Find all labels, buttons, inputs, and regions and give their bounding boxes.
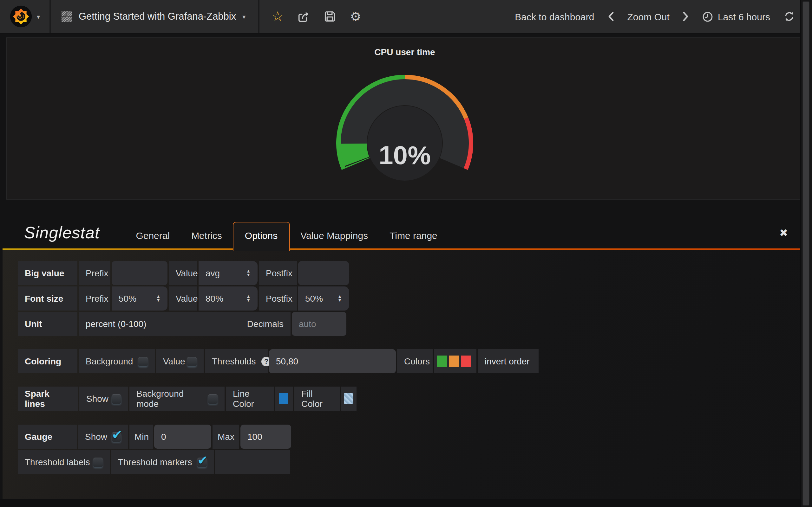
tab-options[interactable]: Options <box>233 222 290 251</box>
select-arrows-icon: ▲▼ <box>151 295 160 302</box>
grafana-menu-button[interactable]: ▾ <box>0 0 51 33</box>
page-footer-area <box>0 499 812 507</box>
big-value-label: Big value <box>18 261 78 285</box>
panel-type-title: Singlestat <box>3 223 100 247</box>
options-tab-content: Big value Prefix Value avg ▲▼ Postfix Fo… <box>3 250 804 499</box>
coloring-background-checkbox[interactable] <box>138 356 148 366</box>
tab-metrics[interactable]: Metrics <box>181 222 233 248</box>
font-size-prefix-select[interactable]: 50% ▲▼ <box>112 286 167 311</box>
threshold-labels-checkbox[interactable] <box>93 457 103 467</box>
big-value-postfix-input[interactable] <box>298 261 349 285</box>
gauge-row: Gauge Show Min 0 Max 100 <box>18 425 291 449</box>
decimals-label: Decimals <box>247 319 284 329</box>
font-size-label: Font size <box>18 286 78 311</box>
select-arrows-icon: ▲▼ <box>333 295 342 302</box>
coloring-background-cell: Background <box>79 349 155 373</box>
svg-text:10%: 10% <box>379 141 431 170</box>
scrollbar[interactable] <box>800 0 812 507</box>
thresholds-input[interactable]: 50,80 <box>269 349 396 373</box>
big-value-row: Big value Prefix Value avg ▲▼ Postfix <box>18 261 349 285</box>
big-value-value-label: Value <box>169 261 197 285</box>
share-icon <box>297 10 310 23</box>
dashboard-settings-button[interactable]: ⚙ <box>343 0 368 33</box>
tab-value-mappings[interactable]: Value Mappings <box>290 222 379 248</box>
singlestat-panel: CPU user time 10% <box>6 38 803 200</box>
fill-color-label-cell: Fill Color <box>294 387 340 411</box>
tab-underline <box>3 248 804 250</box>
fill-color-swatch[interactable] <box>344 393 353 404</box>
decimals-input[interactable]: auto <box>292 312 346 336</box>
sparklines-bgmode-cell: Background mode <box>130 387 224 411</box>
sparklines-show-checkbox[interactable] <box>112 394 121 403</box>
save-icon <box>323 10 336 23</box>
dashboard-title-button[interactable]: Getting Started with Grafana-Zabbix ▾ <box>51 0 259 33</box>
font-size-postfix-select[interactable]: 50% ▲▼ <box>298 286 349 311</box>
save-dashboard-button[interactable] <box>316 0 343 33</box>
grafana-logo-icon <box>9 5 32 28</box>
coloring-value-checkbox[interactable] <box>187 356 197 366</box>
big-value-prefix-input[interactable] <box>112 261 167 285</box>
threshold-color-swatch-red[interactable] <box>461 355 471 367</box>
background-mode-checkbox[interactable] <box>208 394 217 403</box>
sparklines-row: Spark lines Show Background mode Line Co… <box>18 387 357 411</box>
dashboard-toolbar: ☆ ⚙ <box>259 0 374 33</box>
threshold-options-row: Threshold labels Threshold markers <box>18 450 291 474</box>
share-dashboard-button[interactable] <box>291 0 316 33</box>
font-size-value-select[interactable]: 80% ▲▼ <box>199 286 258 311</box>
tab-general[interactable]: General <box>125 222 181 248</box>
threshold-markers-cell: Threshold markers <box>111 450 214 474</box>
unit-value-link[interactable]: percent (0-100) <box>86 319 146 329</box>
gauge-show-cell: Show <box>78 425 128 449</box>
editor-tabs: GeneralMetricsOptionsValue MappingsTime … <box>125 222 448 248</box>
threshold-color-swatch-orange[interactable] <box>449 355 459 367</box>
colors-label-cell: Colors <box>397 349 433 373</box>
gauge-label: Gauge <box>18 425 77 449</box>
threshold-markers-checkbox[interactable] <box>197 457 207 467</box>
gauge-max-label: Max <box>212 425 239 449</box>
color-swatches-cell <box>434 349 476 373</box>
invert-order-button[interactable]: invert order <box>478 349 539 373</box>
threshold-color-swatch-green[interactable] <box>437 355 447 367</box>
panel-title[interactable]: CPU user time <box>7 47 803 57</box>
gauge-max-input[interactable]: 100 <box>241 425 291 449</box>
panel-editor-header: Singlestat GeneralMetricsOptionsValue Ma… <box>3 215 804 248</box>
dashboard-title: Getting Started with Grafana-Zabbix <box>79 11 236 22</box>
time-range-label: Last 6 hours <box>718 11 770 22</box>
dashboard-grid-icon <box>61 11 72 22</box>
zoom-out-button[interactable]: Zoom Out <box>627 11 670 22</box>
chevron-right-icon[interactable] <box>683 11 689 21</box>
gauge-show-checkbox[interactable] <box>112 432 121 441</box>
coloring-value-cell: Value <box>156 349 204 373</box>
font-size-prefix-label: Prefix <box>79 286 110 311</box>
line-color-swatch[interactable] <box>279 393 288 404</box>
sparklines-label: Spark lines <box>18 387 78 411</box>
big-value-postfix-label: Postfix <box>259 261 297 285</box>
thresholds-label-cell: Thresholds ? <box>205 349 268 373</box>
empty-cell <box>215 450 290 474</box>
coloring-table: Coloring Background Value Thresholds ? 5… <box>18 349 539 373</box>
gauge-min-input[interactable]: 0 <box>154 425 211 449</box>
clock-icon <box>703 11 713 22</box>
unit-row: Unit percent (0-100) Decimals auto <box>18 312 349 336</box>
tab-time-range[interactable]: Time range <box>379 222 448 248</box>
value-options-table: Big value Prefix Value avg ▲▼ Postfix Fo… <box>18 261 349 336</box>
grafana-app: ▾ Getting Started with Grafana-Zabbix ▾ … <box>0 0 812 507</box>
chevron-down-icon: ▾ <box>37 13 40 20</box>
back-to-dashboard-button[interactable]: Back to dashboard <box>515 11 594 22</box>
font-size-value-label: Value <box>169 286 197 311</box>
unit-label: Unit <box>18 312 78 336</box>
big-value-stat-select[interactable]: avg ▲▼ <box>199 261 258 285</box>
line-color-cell <box>275 387 293 411</box>
font-size-postfix-label: Postfix <box>259 286 297 311</box>
select-arrows-icon: ▲▼ <box>241 295 251 302</box>
scrollbar-thumb[interactable] <box>803 1 809 506</box>
refresh-icon[interactable] <box>783 11 795 22</box>
coloring-row: Coloring Background Value Thresholds ? 5… <box>18 349 539 373</box>
line-color-label-cell: Line Color <box>226 387 274 411</box>
time-range-picker-button[interactable]: Last 6 hours <box>703 11 770 22</box>
star-dashboard-button[interactable]: ☆ <box>264 0 291 33</box>
chevron-left-icon[interactable] <box>608 11 614 21</box>
unit-cell: percent (0-100) Decimals <box>79 312 291 336</box>
font-size-row: Font size Prefix 50% ▲▼ Value 80% ▲▼ Pos… <box>18 286 349 311</box>
sparklines-table: Spark lines Show Background mode Line Co… <box>18 387 357 411</box>
